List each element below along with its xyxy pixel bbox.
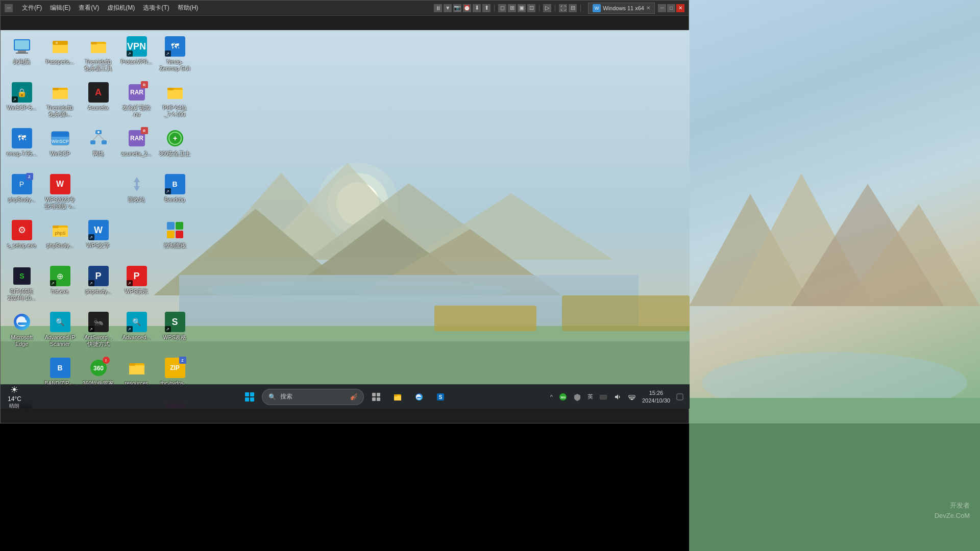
vm-tb-c5[interactable]: ▷ xyxy=(543,4,551,12)
icon-wps-excel[interactable]: S ↗ WPS表格 xyxy=(156,308,194,351)
sys-tray-lang[interactable]: 英 xyxy=(585,393,595,400)
menu-edit[interactable]: 编辑(E) xyxy=(46,4,75,12)
icon-nmap-zenmap-label: Nmap-Zenmap GUI xyxy=(159,59,190,71)
icon-nmap-zenmap[interactable]: 🗺 ↗ Nmap-Zenmap GUI xyxy=(156,32,194,76)
icon-winscp-5[interactable]: 🔒 ↗ WinSCP-5... xyxy=(3,78,41,121)
svg-rect-91 xyxy=(377,397,380,401)
icon-phpstudy2[interactable]: phpS phpStudy... xyxy=(41,216,79,259)
icon-php-folder[interactable]: PHP 64位_7.4.100 xyxy=(156,78,194,121)
window-minimize[interactable]: ─ xyxy=(658,4,666,12)
svg-line-52 xyxy=(99,134,104,140)
icon-nmap-exe[interactable]: 🗺 nmap-7.95... xyxy=(3,124,41,167)
icon-bit165[interactable]: S BIT165班2024年10... xyxy=(3,262,41,305)
window-close[interactable]: ✕ xyxy=(676,4,684,12)
sys-tray-network[interactable] xyxy=(626,393,638,401)
menu-view[interactable]: 查看(V) xyxy=(75,4,103,12)
icon-control-panel[interactable]: 控制面板 xyxy=(156,216,194,259)
icon-advanced-scanner[interactable]: 🔍 ↗ Advanced... xyxy=(117,308,156,351)
icon-network[interactable]: 网络 xyxy=(79,124,117,167)
clock-date: 2024/10/30 xyxy=(642,397,670,404)
icon-rar-purple-label: 友兔矿远控.rar xyxy=(122,105,151,117)
vm-tb-c1[interactable]: ◻ xyxy=(498,4,506,12)
svg-rect-25 xyxy=(18,51,26,53)
icon-computer[interactable]: 此电脑 xyxy=(3,32,41,76)
icon-empty-2 xyxy=(117,216,156,259)
svg-text:360: 360 xyxy=(93,365,103,372)
icon-winscp2[interactable]: WinSCP WinSCP xyxy=(41,124,79,167)
icon-hst-exe[interactable]: ⊕ ↗ hst.exe xyxy=(41,262,79,305)
sys-tray-keyboard[interactable] xyxy=(597,393,609,401)
vm-tb-c3[interactable]: ▣ xyxy=(518,4,526,12)
svg-rect-29 xyxy=(53,44,68,53)
icon-bandizip-shortcut[interactable]: B ↗ Bandizip xyxy=(156,170,194,213)
sys-tray-shield[interactable] xyxy=(571,393,583,401)
sys-tray-360[interactable]: 360 xyxy=(557,393,569,401)
vm-controls: ⏸ ▼ 📷 ⏰ ⬇ ⬆ ◻ ⊞ ▣ ⊡ ▷ ⛶ ⊟ W Windows 1 xyxy=(434,3,684,14)
task-view-btn[interactable] xyxy=(367,388,385,406)
icon-acunetix[interactable]: A Acunetix xyxy=(79,78,117,121)
vm-tab-close[interactable]: ✕ xyxy=(646,5,650,11)
icon-rar-purple[interactable]: RAR R 友兔矿远控.rar xyxy=(117,78,156,121)
vm-tb-clock[interactable]: ⏰ xyxy=(463,4,471,12)
svg-rect-84 xyxy=(245,392,249,396)
svg-rect-104 xyxy=(629,395,635,397)
icon-antsword[interactable]: 🐜 ↗ AntSword...快捷方式 xyxy=(79,308,117,351)
clock-time: 15:26 xyxy=(649,389,664,396)
icon-advanced-ip-scanner[interactable]: 🔍 Advanced IPScanner xyxy=(41,308,79,351)
icon-s-setup[interactable]: ⚙ s_setup.exe xyxy=(3,216,41,259)
shortcut-arrow-proton: ↗ xyxy=(127,51,133,57)
menu-tab[interactable]: 选项卡(T) xyxy=(139,4,173,12)
vm-tab-icon: W xyxy=(593,4,601,12)
icon-wps-word[interactable]: W ↗ WPS文字 xyxy=(79,216,117,259)
vm-minimize-btn[interactable]: ─ xyxy=(5,4,13,12)
icon-recycle[interactable]: 回收站 xyxy=(117,170,156,213)
vm-tb-ul[interactable]: ⬆ xyxy=(482,4,491,12)
menu-help[interactable]: 帮助(H) xyxy=(174,4,203,12)
vm-tb-more[interactable]: ▼ xyxy=(444,4,452,12)
weather-widget[interactable]: ☀ 14°C 晴朗 xyxy=(5,384,24,409)
icon-phpstudy-zip[interactable]: P Z phpStudy... xyxy=(3,170,41,213)
window-maximize[interactable]: □ xyxy=(667,4,675,12)
vm-tb-c2[interactable]: ⊞ xyxy=(508,4,516,12)
icon-themida-i[interactable]: Themida加免杀源I... xyxy=(41,78,79,121)
vm-tb-fullscreen[interactable]: ⛶ xyxy=(559,4,567,12)
sys-tray-speaker[interactable] xyxy=(611,393,624,401)
store-btn[interactable]: S xyxy=(431,388,450,406)
vm-tb-pause[interactable]: ⏸ xyxy=(434,4,442,12)
icon-passperio[interactable]: Passperio... xyxy=(41,32,79,76)
vm-tb-dl[interactable]: ⬇ xyxy=(473,4,481,12)
icon-protonvpn[interactable]: VPN ↗ ProtonVPR... xyxy=(117,32,156,76)
file-explorer-btn[interactable] xyxy=(388,388,407,406)
menu-file[interactable]: 文件(F) xyxy=(18,4,46,12)
svg-rect-90 xyxy=(372,397,376,401)
svg-rect-86 xyxy=(245,397,249,402)
icon-acunetix-rar[interactable]: RAR R acunetix_2... xyxy=(117,124,156,167)
edge-taskbar-btn[interactable] xyxy=(410,388,428,406)
vm-tb-window[interactable]: ⊟ xyxy=(569,4,577,12)
taskbar-center: 🔍 搜索 🎻 S xyxy=(240,388,450,406)
menu-vm[interactable]: 虚拟机(M) xyxy=(103,4,139,12)
icon-themida-folder[interactable]: Themida加免杀源工具 xyxy=(79,32,117,76)
icon-wps-ppt[interactable]: P ↗ WPS演示 xyxy=(117,262,156,305)
sys-tray-chevron[interactable]: ^ xyxy=(548,394,555,400)
shortcut-arrow-wpsw: ↗ xyxy=(88,234,94,240)
vm-tb-c4[interactable]: ⊡ xyxy=(527,4,535,12)
weather-temp: 14°C xyxy=(8,395,21,403)
vm-tb-snap[interactable]: 📷 xyxy=(453,4,461,12)
svg-rect-66 xyxy=(176,231,183,238)
icon-wps2023[interactable]: W WPS2023专业增强版 v... xyxy=(41,170,79,213)
icon-phpstudy3[interactable]: P ↗ phpstudy... xyxy=(79,262,117,305)
vm-tab-win11[interactable]: W Windows 11 x64 ✕ xyxy=(588,3,655,14)
icon-360-security[interactable]: + 360安全卫士 xyxy=(156,124,194,167)
sys-tray-notification[interactable] xyxy=(674,393,685,400)
shortcut-arrow-wpsp: ↗ xyxy=(127,280,133,286)
search-bar[interactable]: 🔍 搜索 🎻 xyxy=(262,389,364,405)
start-button[interactable] xyxy=(240,388,259,406)
sys-tray-datetime[interactable]: 15:26 2024/10/30 xyxy=(640,389,672,404)
icon-control-label: 控制面板 xyxy=(164,242,186,249)
taskbar: ☀ 14°C 晴朗 🔍 搜索 🎻 xyxy=(1,384,690,409)
svg-rect-63 xyxy=(167,222,175,230)
violin-icon: 🎻 xyxy=(350,393,357,400)
svg-text:RAR: RAR xyxy=(130,135,143,142)
icon-edge[interactable]: MicrosoftEdge xyxy=(3,308,41,351)
